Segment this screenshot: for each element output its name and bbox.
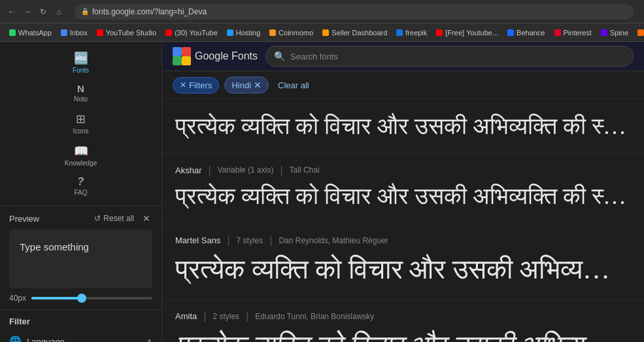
faq-icon: ? bbox=[78, 176, 84, 188]
knowledge-icon: 📖 bbox=[74, 144, 88, 158]
sidebar-item-fonts[interactable]: 🔤 Fonts bbox=[0, 47, 161, 78]
filters-chip-label: Filters bbox=[189, 80, 212, 90]
bookmark-item[interactable]: Pinterest bbox=[551, 27, 596, 38]
preview-label: Preview bbox=[9, 214, 39, 224]
font-card-first[interactable]: प्रत्येक व्यक्ति को विचार और उसकी अभिव्य… bbox=[162, 99, 644, 154]
fonts-icon: 🔤 bbox=[74, 51, 88, 65]
bookmark-icon bbox=[9, 29, 16, 36]
hindi-chip-close-icon[interactable]: ✕ bbox=[254, 80, 262, 90]
martel-name: Martel Sans bbox=[175, 235, 220, 245]
home-button[interactable]: ⌂ bbox=[52, 5, 65, 18]
back-button[interactable]: ← bbox=[5, 5, 18, 18]
bookmark-item[interactable]: Coinmomo bbox=[265, 27, 317, 38]
noto-icon: N bbox=[77, 83, 84, 94]
sidebar: 🔤 Fonts N Noto ⊞ Icons 📖 Knowledge ? FAQ bbox=[0, 42, 162, 342]
language-icon: 🌐 bbox=[9, 335, 22, 342]
bookmark-item[interactable]: Spine bbox=[597, 27, 632, 38]
sidebar-item-faq-label: FAQ bbox=[74, 189, 87, 196]
sidebar-item-faq[interactable]: ? FAQ bbox=[0, 172, 161, 200]
main-layout: 🔤 Fonts N Noto ⊞ Icons 📖 Knowledge ? FAQ bbox=[0, 42, 644, 342]
bookmark-item[interactable]: (30) YouTube bbox=[161, 27, 222, 38]
sidebar-item-icons-label: Icons bbox=[73, 128, 89, 135]
forward-button[interactable]: → bbox=[21, 5, 34, 18]
bookmark-icon bbox=[269, 29, 276, 36]
font-card-amita-header: Amita | 2 styles | Eduardo Tunni, Brian … bbox=[175, 311, 631, 322]
google-fonts-logo-icon bbox=[173, 47, 191, 65]
hindi-chip-label: Hindi bbox=[231, 80, 251, 90]
hindi-chip[interactable]: Hindi ✕ bbox=[224, 77, 269, 94]
preview-box[interactable]: Type something bbox=[9, 230, 152, 288]
slider-thumb[interactable] bbox=[77, 294, 86, 303]
language-group-header[interactable]: 🌐 Language ∧ bbox=[9, 333, 152, 342]
sidebar-item-knowledge[interactable]: 📖 Knowledge bbox=[0, 140, 161, 171]
font-card-martel-header: Martel Sans | 7 styles | Dan Reynolds, M… bbox=[175, 235, 631, 247]
svg-rect-3 bbox=[182, 56, 191, 65]
font-card-akshar[interactable]: Akshar | Variable (1 axis) | Tall Chai प… bbox=[162, 154, 644, 224]
reset-icon: ↺ bbox=[94, 214, 101, 223]
sidebar-item-icons[interactable]: ⊞ Icons bbox=[0, 108, 161, 139]
sidebar-item-knowledge-label: Knowledge bbox=[65, 160, 97, 167]
reset-all-button[interactable]: ↺ Reset all bbox=[92, 213, 137, 224]
amita-name: Amita bbox=[175, 311, 197, 321]
bookmark-item[interactable]: Seller Dashboard bbox=[318, 27, 391, 38]
sidebar-item-fonts-label: Fonts bbox=[73, 67, 89, 74]
filters-chip[interactable]: ✕ Filters bbox=[173, 77, 219, 94]
preview-header: Preview ↺ Reset all ✕ bbox=[9, 213, 152, 224]
search-icon: 🔍 bbox=[274, 51, 285, 61]
amita-meta2: Eduardo Tunni, Brian Bonislawsky bbox=[255, 312, 374, 321]
martel-meta: 7 styles bbox=[237, 236, 263, 245]
akshar-meta2: Tall Chai bbox=[290, 165, 320, 175]
filter-title: Filter bbox=[9, 316, 152, 326]
bookmark-item[interactable]: freepik bbox=[392, 27, 431, 38]
filter-section: Filter 🌐 Language ∧ Writing system ▼ Hin… bbox=[0, 310, 161, 342]
font-display-text-first: प्रत्येक व्यक्ति को विचार और उसकी अभिव्य… bbox=[175, 110, 631, 143]
bookmark-icon bbox=[165, 29, 172, 36]
bookmark-item[interactable]: Angel One bbox=[634, 27, 644, 38]
reload-button[interactable]: ↻ bbox=[37, 5, 50, 18]
bookmark-item[interactable]: Inbox bbox=[57, 27, 92, 38]
url-text: fonts.google.com/?lang=hi_Deva bbox=[92, 7, 207, 16]
bookmark-item[interactable]: Hosting bbox=[223, 27, 264, 38]
close-preview-button[interactable]: ✕ bbox=[141, 213, 152, 224]
bookmark-item[interactable]: WhatsApp bbox=[5, 27, 56, 38]
nav-buttons[interactable]: ← → ↻ ⌂ bbox=[5, 5, 65, 18]
font-card-amita[interactable]: Amita | 2 styles | Eduardo Tunni, Brian … bbox=[162, 300, 644, 342]
sidebar-nav: 🔤 Fonts N Noto ⊞ Icons 📖 Knowledge ? FAQ bbox=[0, 42, 161, 206]
bookmark-icon bbox=[554, 29, 561, 36]
icons-icon: ⊞ bbox=[76, 112, 86, 126]
language-label: Language bbox=[27, 337, 65, 343]
svg-rect-0 bbox=[173, 47, 182, 56]
svg-rect-2 bbox=[173, 56, 182, 65]
search-placeholder: Search fonts bbox=[290, 52, 338, 61]
bookmark-item[interactable]: [Free] Youtube... bbox=[432, 27, 502, 38]
font-card-akshar-header: Akshar | Variable (1 axis) | Tall Chai bbox=[175, 164, 631, 176]
bookmark-icon bbox=[97, 29, 103, 36]
slider-fill bbox=[31, 297, 80, 299]
browser-toolbar: ← → ↻ ⌂ 🔒 fonts.google.com/?lang=hi_Deva bbox=[0, 0, 644, 24]
bookmark-icon bbox=[507, 29, 514, 36]
preview-placeholder-text: Type something bbox=[20, 240, 89, 254]
address-bar[interactable]: 🔒 fonts.google.com/?lang=hi_Deva bbox=[75, 4, 634, 20]
search-bar[interactable]: 🔍 Search fonts bbox=[265, 46, 634, 67]
bookmark-item[interactable]: YouTube Studio bbox=[93, 27, 160, 38]
language-chevron-icon: ∧ bbox=[146, 337, 152, 342]
size-value-label: 40px bbox=[9, 294, 26, 303]
google-fonts-logo: Google Fonts bbox=[173, 47, 258, 65]
bookmark-icon bbox=[436, 29, 443, 36]
bookmark-icon bbox=[61, 29, 67, 36]
bookmark-icon bbox=[637, 29, 644, 36]
font-card-martel-sans[interactable]: Martel Sans | 7 styles | Dan Reynolds, M… bbox=[162, 224, 644, 300]
clear-all-button[interactable]: Clear all bbox=[274, 78, 313, 93]
bookmark-icon bbox=[322, 29, 329, 36]
bookmarks-bar: WhatsAppInboxYouTube Studio(30) YouTubeH… bbox=[0, 24, 644, 42]
bookmark-item[interactable]: Behance bbox=[503, 27, 549, 38]
language-filter-group: 🌐 Language ∧ Writing system ▼ Hindi ▼ bbox=[9, 333, 152, 342]
filter-chips-row: ✕ Filters Hindi ✕ Clear all bbox=[162, 71, 644, 99]
amita-meta: 2 styles bbox=[212, 312, 239, 321]
akshar-name: Akshar bbox=[175, 165, 201, 175]
size-slider-track[interactable] bbox=[31, 297, 152, 299]
sidebar-item-noto[interactable]: N Noto bbox=[0, 79, 161, 107]
martel-meta2: Dan Reynolds, Mathieu Réguer bbox=[279, 236, 388, 245]
logo-text: Google Fonts bbox=[195, 50, 258, 62]
bookmark-icon bbox=[601, 29, 607, 36]
